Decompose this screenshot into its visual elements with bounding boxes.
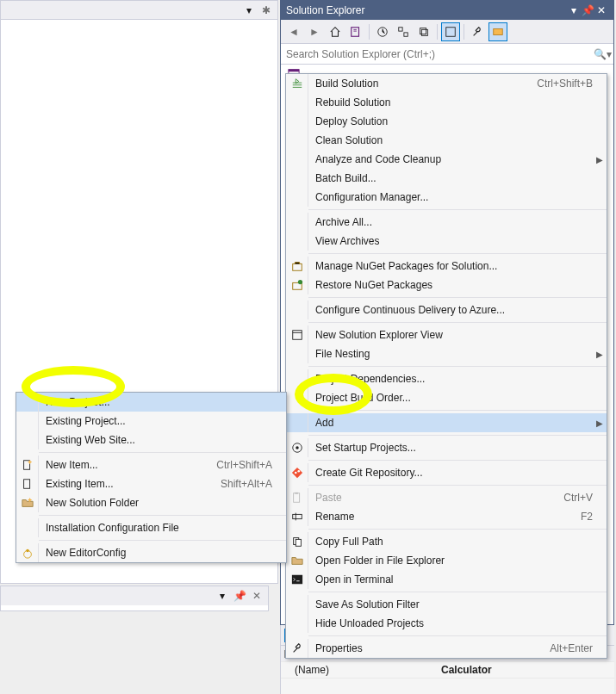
folder-icon	[286, 551, 308, 570]
menu-file-nesting[interactable]: File Nesting▶	[286, 344, 607, 363]
build-icon	[286, 74, 308, 93]
submenu-new-project[interactable]: New Project...	[16, 393, 286, 412]
back-icon[interactable]: ◄	[284, 22, 303, 41]
menu-azure-delivery[interactable]: Configure Continuous Delivery to Azure..…	[286, 301, 607, 319]
svg-rect-21	[295, 493, 298, 494]
submenu-existing-web[interactable]: Existing Web Site...	[16, 431, 286, 449]
sync-icon[interactable]	[394, 22, 413, 41]
menu-open-terminal[interactable]: Open in Terminal	[286, 570, 607, 589]
menu-properties[interactable]: PropertiesAlt+Enter	[286, 639, 607, 658]
svg-rect-9	[289, 70, 299, 72]
preview-icon[interactable]	[488, 22, 507, 41]
new-view-icon	[286, 325, 308, 344]
menu-hide-unloaded[interactable]: Hide Unloaded Projects	[286, 614, 607, 633]
menu-new-view[interactable]: New Solution Explorer View	[286, 325, 607, 344]
menu-open-folder[interactable]: Open Folder in File Explorer	[286, 551, 607, 570]
solution-explorer-title: Solution Explorer	[286, 4, 364, 16]
menu-config-manager[interactable]: Configuration Manager...	[286, 188, 607, 207]
submenu-new-folder[interactable]: New Solution Folder	[16, 493, 286, 512]
svg-rect-2	[399, 27, 402, 30]
menu-view-archives[interactable]: View Archives	[286, 232, 607, 251]
home-icon[interactable]	[326, 22, 345, 41]
solution-explorer-titlebar: Solution Explorer ▾ 📌 ✕	[281, 1, 613, 20]
restore-nuget-icon	[286, 276, 308, 294]
svg-rect-3	[404, 32, 408, 35]
svg-point-18	[294, 472, 296, 474]
svg-rect-27	[23, 480, 29, 489]
svg-rect-0	[352, 27, 359, 36]
search-row: 🔍▾	[281, 44, 613, 65]
menu-create-git[interactable]: Create Git Repository...	[286, 463, 607, 482]
editorconfig-icon	[16, 543, 39, 562]
chevron-down-icon[interactable]: ▾	[567, 4, 581, 16]
editor-header: ▾ ✱	[1, 1, 277, 20]
new-item-icon	[16, 455, 39, 474]
search-input[interactable]	[281, 44, 591, 64]
svg-point-29	[26, 549, 29, 553]
menu-build-solution[interactable]: Build Solution Ctrl+Shift+B	[286, 74, 607, 93]
wrench-icon	[286, 639, 308, 658]
svg-rect-12	[292, 263, 302, 270]
close-icon[interactable]: ✕	[594, 4, 608, 16]
menu-save-filter[interactable]: Save As Solution Filter	[286, 595, 607, 614]
submenu-editor-config[interactable]: New EditorConfig	[16, 543, 286, 562]
menu-archive-all[interactable]: Archive All...	[286, 213, 607, 232]
menu-restore-nuget[interactable]: Restore NuGet Packages	[286, 276, 607, 294]
chevron-down-icon[interactable]: ▾	[216, 590, 228, 602]
svg-rect-7	[494, 28, 503, 34]
terminal-icon	[286, 570, 308, 589]
svg-rect-20	[293, 493, 299, 503]
menu-batch-build[interactable]: Batch Build...	[286, 169, 607, 188]
forward-icon[interactable]: ►	[305, 22, 324, 41]
prop-name-label: (Name)	[281, 662, 436, 679]
svg-rect-15	[292, 331, 302, 340]
submenu-install-config[interactable]: Installation Configuration File	[16, 518, 286, 537]
menu-add[interactable]: Add▶	[286, 413, 607, 432]
svg-point-19	[297, 470, 300, 473]
menu-clean-solution[interactable]: Clean Solution	[286, 131, 607, 150]
nuget-icon	[286, 257, 308, 276]
menu-project-deps[interactable]: Project Dependencies...	[286, 369, 607, 388]
startup-icon	[286, 438, 308, 457]
menu-analyze-cleanup[interactable]: Analyze and Code Cleanup▶	[286, 150, 607, 169]
pin-icon[interactable]: 📌	[581, 4, 594, 16]
bottom-panel-header: ▾ 📌 ✕	[1, 586, 268, 605]
chevron-right-icon: ▶	[596, 155, 603, 164]
chevron-right-icon: ▶	[596, 350, 603, 359]
switch-views-icon[interactable]	[346, 22, 365, 41]
menu-manage-nuget[interactable]: Manage NuGet Packages for Solution...	[286, 257, 607, 276]
add-icon[interactable]: ✱	[260, 4, 272, 16]
menu-deploy-solution[interactable]: Deploy Solution	[286, 112, 607, 131]
paste-icon	[286, 488, 308, 507]
close-icon[interactable]: ✕	[251, 590, 263, 602]
search-icon[interactable]: 🔍▾	[591, 48, 613, 60]
copy-icon	[286, 532, 308, 551]
menu-build-order[interactable]: Project Build Order...	[286, 388, 607, 407]
menu-copy-path[interactable]: Copy Full Path	[286, 532, 607, 551]
solution-explorer-toolbar: ◄ ►	[281, 20, 613, 44]
git-icon	[286, 463, 308, 482]
svg-rect-5	[421, 29, 427, 35]
rename-icon	[286, 507, 308, 526]
menu-paste: PasteCtrl+V	[286, 488, 607, 507]
menu-startup[interactable]: Set Startup Projects...	[286, 438, 607, 457]
properties-icon[interactable]	[468, 22, 487, 41]
show-all-files-icon[interactable]	[441, 22, 460, 41]
submenu-existing-item[interactable]: Existing Item...Shift+Alt+A	[16, 474, 286, 493]
submenu-new-item[interactable]: New Item...Ctrl+Shift+A	[16, 455, 286, 474]
menu-rename[interactable]: RenameF2	[286, 507, 607, 526]
prop-name-value: Calculator	[436, 662, 614, 679]
svg-rect-6	[446, 27, 456, 36]
chevron-down-icon[interactable]: ▾	[243, 4, 255, 16]
pending-changes-icon[interactable]	[373, 22, 392, 41]
svg-point-17	[296, 446, 299, 449]
add-submenu: New Project... Existing Project... Exist…	[16, 392, 287, 563]
svg-point-14	[297, 280, 302, 284]
chevron-right-icon: ▶	[596, 418, 603, 428]
collapse-all-icon[interactable]	[414, 22, 433, 41]
svg-rect-22	[292, 514, 302, 518]
menu-rebuild-solution[interactable]: Rebuild Solution	[286, 93, 607, 112]
pin-icon[interactable]: 📌	[233, 590, 246, 602]
svg-rect-24	[296, 539, 301, 546]
submenu-existing-project[interactable]: Existing Project...	[16, 412, 286, 431]
